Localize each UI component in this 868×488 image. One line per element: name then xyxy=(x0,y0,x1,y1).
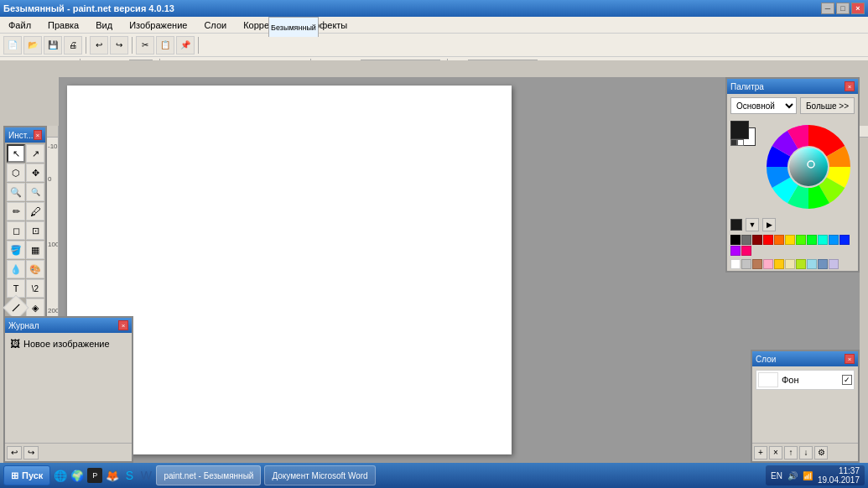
color-swatch-cell[interactable] xyxy=(741,246,751,256)
palette-more-btn[interactable]: Больше >> xyxy=(800,97,855,114)
fg-small-swatch[interactable] xyxy=(730,219,742,231)
taskbar-icon-firefox[interactable]: 🦊 xyxy=(106,469,119,482)
taskbar-paintnet-btn[interactable]: paint.net - Безымянный xyxy=(156,465,261,485)
journal-item-icon: 🖼 xyxy=(10,338,20,350)
color-swatch-cell[interactable] xyxy=(752,235,762,245)
color-swatch-cell[interactable] xyxy=(741,259,751,269)
color-swatch-cell[interactable] xyxy=(730,246,741,256)
save-btn[interactable]: 💾 xyxy=(44,36,62,55)
tool-move[interactable]: ✥ xyxy=(26,164,44,182)
layer-up-btn[interactable]: ↑ xyxy=(784,446,798,459)
lang-label: EN xyxy=(771,471,782,480)
network-icon: 📶 xyxy=(803,471,813,480)
layer-props-btn[interactable]: ⚙ xyxy=(814,446,828,459)
color-swatch-cell[interactable] xyxy=(774,259,784,269)
minimize-button[interactable]: ─ xyxy=(821,3,834,14)
copy-btn[interactable]: 📋 xyxy=(156,36,174,55)
palette-mode-dropdown[interactable]: Основной xyxy=(730,97,797,114)
color-swatch-cell[interactable] xyxy=(752,259,762,269)
tool-text2[interactable]: \2 xyxy=(26,279,44,298)
layers-title-label: Слои xyxy=(756,355,776,364)
taskbar-icon-skype[interactable]: S xyxy=(122,469,136,482)
toolbox-close[interactable]: × xyxy=(34,130,42,140)
taskbar-icon-word[interactable]: W xyxy=(139,469,153,482)
color-swatch-cell[interactable] xyxy=(839,235,850,245)
tool-clone[interactable]: ⊡ xyxy=(26,221,44,240)
menu-edit[interactable]: Правка xyxy=(43,18,84,32)
color-swatch-cell[interactable] xyxy=(807,259,817,269)
color-swatch-cell[interactable] xyxy=(763,235,773,245)
color-swatch-cell[interactable] xyxy=(829,235,839,245)
tool-zoom-out[interactable]: 🔍 xyxy=(26,183,44,201)
color-swatch-cell[interactable] xyxy=(796,259,806,269)
journal-close[interactable]: × xyxy=(118,320,128,330)
ruler-mark-v: -10 xyxy=(48,143,58,150)
color-swatch-cell[interactable] xyxy=(785,259,795,269)
time-label: 11:37 xyxy=(839,466,860,475)
color-wheel-container xyxy=(762,121,855,213)
new-btn[interactable]: 📄 xyxy=(3,36,22,55)
taskbar-icon-paintnet[interactable]: P xyxy=(87,468,102,483)
menu-layers[interactable]: Слои xyxy=(199,18,231,32)
cut-btn[interactable]: ✂ xyxy=(136,36,154,55)
palette-controls: ▼ ▶ xyxy=(727,216,858,233)
redo-btn[interactable]: ↪ xyxy=(110,36,128,55)
paste-btn[interactable]: 📌 xyxy=(176,36,195,55)
taskbar-word-btn[interactable]: Документ Microsoft Word xyxy=(264,465,375,485)
journal-toolbar: ↩ ↪ xyxy=(5,443,132,461)
color-swatch-cell[interactable] xyxy=(796,235,806,245)
tool-select-free[interactable]: ↗ xyxy=(26,144,44,163)
delete-layer-btn[interactable]: × xyxy=(769,446,782,459)
color-swatch-cell[interactable] xyxy=(829,259,839,269)
doc-tab[interactable]: Безымянный xyxy=(268,17,319,37)
color-swatch-cell[interactable] xyxy=(730,259,741,269)
menu-image[interactable]: Изображение xyxy=(124,18,192,32)
tool-fill[interactable]: 🪣 xyxy=(7,241,25,259)
tool-gradient[interactable]: ▦ xyxy=(26,241,44,259)
foreground-color-swatch[interactable] xyxy=(730,121,749,139)
palette-close[interactable]: × xyxy=(845,81,855,91)
color-swatch-cell[interactable] xyxy=(774,235,784,245)
small-color2 xyxy=(737,139,744,146)
open-btn[interactable]: 📂 xyxy=(23,36,42,55)
add-layer-btn[interactable]: + xyxy=(754,446,767,459)
menu-file[interactable]: Файл xyxy=(3,18,36,32)
color-btn1[interactable]: ▼ xyxy=(746,218,759,231)
start-button[interactable]: ⊞ Пуск xyxy=(3,465,50,485)
tool-select-rect[interactable]: ↖ xyxy=(7,144,25,163)
tool-lasso[interactable]: ⬡ xyxy=(7,164,25,182)
tool-eyedropper[interactable]: 💧 xyxy=(7,260,25,278)
tool-recolor[interactable]: 🎨 xyxy=(26,260,44,278)
tool-eraser[interactable]: ◻ xyxy=(7,221,25,240)
color-btn2[interactable]: ▶ xyxy=(762,218,776,231)
color-swatch-cell[interactable] xyxy=(785,235,795,245)
journal-redo-btn[interactable]: ↪ xyxy=(23,446,39,459)
maximize-button[interactable]: □ xyxy=(836,3,850,14)
color-strip-1 xyxy=(727,233,858,257)
color-swatch-cell[interactable] xyxy=(730,235,741,245)
layers-close[interactable]: × xyxy=(845,354,855,364)
layer-item[interactable]: Фон ✓ xyxy=(756,370,855,390)
color-swatch-cell[interactable] xyxy=(818,259,828,269)
taskbar-icon-ie[interactable]: 🌍 xyxy=(70,469,84,482)
close-button[interactable]: × xyxy=(851,3,865,14)
color-swatch-cell[interactable] xyxy=(741,235,751,245)
canvas[interactable] xyxy=(67,86,512,454)
color-swatch-cell[interactable] xyxy=(818,235,828,245)
layer-visibility[interactable]: ✓ xyxy=(842,375,852,385)
undo-btn[interactable]: ↩ xyxy=(90,36,108,55)
tool-zoom[interactable]: 🔍 xyxy=(7,183,25,201)
color-wheel-svg[interactable] xyxy=(762,121,855,213)
journal-item[interactable]: 🖼 Новое изображение xyxy=(8,336,128,351)
menu-view[interactable]: Вид xyxy=(91,18,117,32)
print-btn[interactable]: 🖨 xyxy=(64,36,82,55)
taskbar-icon-explorer[interactable]: 🌐 xyxy=(54,469,67,482)
tool-brush[interactable]: 🖊 xyxy=(26,202,44,221)
main-toolbar: 📄 📂 💾 🖨 ↩ ↪ ✂ 📋 📌 Безымянный xyxy=(0,34,868,57)
layer-down-btn[interactable]: ↓ xyxy=(799,446,813,459)
menu-bar: Файл Правка Вид Изображение Слои Коррекц… xyxy=(0,17,868,34)
tool-pencil[interactable]: ✏ xyxy=(7,202,25,221)
color-swatch-cell[interactable] xyxy=(763,259,773,269)
journal-undo-btn[interactable]: ↩ xyxy=(7,446,22,459)
color-swatch-cell[interactable] xyxy=(807,235,817,245)
